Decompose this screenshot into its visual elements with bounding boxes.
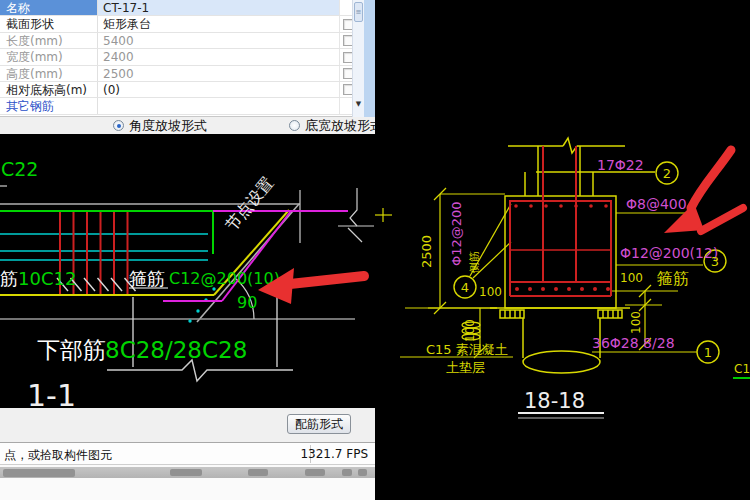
cad-viewport-section-18-18[interactable]: 17Φ22 Φ8@400 Φ12@200(12) 36Φ28 8/28 Φ12@… [375,0,750,500]
slope-option-row: 角度放坡形式 底宽放坡形式 [0,117,375,134]
column-bars-label: 17Φ22 [597,157,644,173]
property-value[interactable]: (0) [98,82,340,97]
status-prompt: 点，或拾取构件图元 [4,447,112,464]
left-panel: 名称 CT-17-1 截面形状 矩形承台 长度(mm) 5400 宽度(mm) … [0,0,375,500]
rebar-cage [510,146,611,296]
tag-circles [454,162,726,363]
property-label: 截面形状 [0,16,98,31]
rebar-section-dots [514,204,610,291]
radio-label: 角度放坡形式 [129,117,207,135]
panel-edge-strip [364,0,375,117]
reinforcement-form-button[interactable]: 配筋形式 [287,414,351,434]
property-value[interactable] [98,98,340,113]
chevron-down-icon[interactable]: ▼ [354,98,363,110]
section-name-label: 1-1 [27,378,76,408]
dim-100-b: 100 [463,319,477,342]
property-row-name[interactable]: 名称 CT-17-1 [0,0,375,16]
radio-angle-slope[interactable]: 角度放坡形式 [113,118,207,133]
section-name-label: 18-18 [524,389,585,413]
section-18-18-drawing: 17Φ22 Φ8@400 Φ12@200(12) 36Φ28 8/28 Φ12@… [375,0,750,500]
bottom-strip [0,465,375,500]
dim-100-c: 100 [620,271,643,285]
tag-4: 4 [461,280,469,295]
dimension-lines [375,188,703,358]
property-value[interactable]: 5400 [98,33,340,48]
property-value[interactable]: 2400 [98,49,340,64]
side-rebar-label: 侧筋 [468,251,481,274]
property-row-width[interactable]: 宽度(mm) 2400 [0,49,375,65]
property-value[interactable]: CT-17-1 [98,0,340,15]
property-grid: 名称 CT-17-1 截面形状 矩形承台 长度(mm) 5400 宽度(mm) … [0,0,375,117]
partial-edge-label: C1 [734,362,750,376]
cushion-material-label: C15 素混凝土 [426,342,508,357]
radio-on-icon[interactable] [113,120,124,131]
stirrup-prefix: 箍筋 [129,268,165,289]
status-row: 点，或拾取构件图元 1321.7 FPS [0,437,375,465]
height-dimension-label: 2500 [419,235,434,268]
cad-viewport-section-1-1[interactable]: C22 节点设置 筋 10C12 箍筋 C12@200(10) 90 下部筋 8… [0,134,375,408]
section-1-1-drawing: C22 节点设置 筋 10C12 箍筋 C12@200(10) 90 下部筋 8… [0,134,375,408]
property-label: 相对底标高(m) [0,82,98,97]
taskbar-fragment [0,467,375,478]
middle-rebar-lines [0,234,208,260]
top-stirrups-label: Φ8@400 [626,196,687,212]
bend-angle-value: 90 [237,293,257,312]
fps-counter: 1321.7 FPS [300,447,368,461]
scrollbar-thumb[interactable]: ≡ [354,2,363,22]
stirrup-label: 箍筋 [657,269,689,288]
property-label: 其它钢筋 [0,98,98,113]
property-value[interactable]: 矩形承台 [98,16,340,31]
property-grid-scrollbar[interactable]: ≡ ▼ [352,0,364,117]
property-label: 长度(mm) [0,33,98,48]
app-window: 名称 CT-17-1 截面形状 矩形承台 长度(mm) 5400 宽度(mm) … [0,0,750,500]
side-bar-prefix: 筋 [0,268,18,289]
property-label: 宽度(mm) [0,49,98,64]
tag-3: 3 [711,254,719,269]
cap-stirrups-label: Φ12@200(12) [620,245,718,261]
button-row: 配筋形式 [0,408,375,437]
property-row-shape[interactable]: 截面形状 矩形承台 [0,16,375,32]
bottom-bar-prefix: 下部筋 [37,337,106,363]
property-label: 高度(mm) [0,66,98,81]
cap-outline [0,204,355,322]
bottom-bar-spec: 8C28/28C28 [105,337,247,363]
radio-off-icon[interactable] [289,120,300,131]
cushion-layer-label: 土垫层 [446,360,485,375]
red-arrow-annotation [664,150,743,233]
top-bar-label: C22 [1,158,38,180]
bottom-bars-label: 36Φ28 8/28 [592,335,675,351]
radio-label: 底宽放坡形式 [305,117,383,135]
property-row-height[interactable]: 高度(mm) 2500 [0,66,375,82]
property-row-elevation[interactable]: 相对底标高(m) (0) [0,82,375,98]
property-row-other-rebar[interactable]: 其它钢筋 [0,98,375,114]
dim-100-d: 100 [629,311,643,334]
radio-bottom-width-slope[interactable]: 底宽放坡形式 [289,118,383,133]
dim-100-a: 100 [479,285,502,299]
tag-1: 1 [704,345,712,360]
property-row-length[interactable]: 长度(mm) 5400 [0,33,375,49]
stirrup-spec: C12@200(10) [169,269,280,288]
top-rebar-lines [0,211,213,254]
tag-2: 2 [663,166,671,181]
property-value[interactable]: 2500 [98,66,340,81]
vertical-side-bars-label: Φ12@200 [449,201,464,266]
property-label: 名称 [0,0,98,15]
side-bar-spec: 10C12 [18,268,76,289]
status-bar: 点，或拾取构件图元 1321.7 FPS [0,442,375,465]
